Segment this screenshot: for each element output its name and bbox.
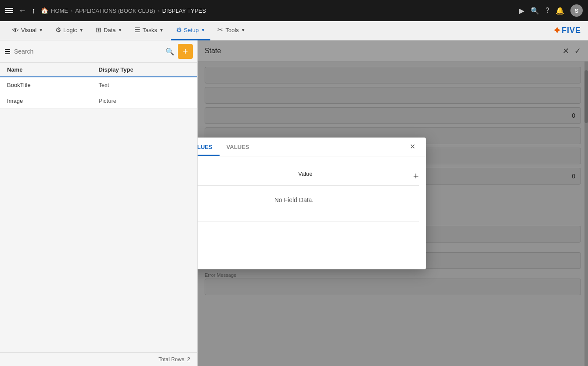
modal-value-header: Value — [291, 170, 413, 182]
search-icon[interactable]: 🔍 — [530, 7, 539, 15]
breadcrumb-app[interactable]: APPLICATIONS (BOOK CLUB) — [75, 7, 155, 14]
modal-close-button[interactable]: × — [407, 138, 419, 155]
no-data-text: No Field Data. — [198, 186, 419, 214]
table-footer: Total Rows: 2 — [0, 352, 197, 366]
nav-logic-label: Logic — [63, 27, 77, 33]
top-navbar: ← ↑ 🏠 HOME › APPLICATIONS (BOOK CLUB) › … — [0, 0, 588, 21]
nav-setup[interactable]: ⚙ Setup ▼ — [171, 21, 211, 40]
modal-key-header: Key — [198, 170, 291, 182]
search-magnifier-icon[interactable]: 🔍 — [166, 47, 174, 56]
add-button[interactable]: + — [178, 44, 193, 59]
search-bar: ☰ 🔍 + — [0, 40, 197, 63]
breadcrumb-home[interactable]: HOME — [51, 7, 68, 14]
tasks-icon: ☰ — [134, 26, 140, 34]
add-row-button[interactable]: + — [413, 170, 419, 182]
five-brand-logo: ✦ FIVE — [553, 25, 581, 36]
user-avatar[interactable]: S — [570, 4, 583, 17]
total-rows-label: Total Rows: 2 — [159, 356, 190, 362]
col-name-header: Name — [7, 66, 99, 73]
col-type-header: Display Type — [99, 66, 191, 73]
nav-tools-label: Tools — [225, 27, 238, 33]
row-image-name: Image — [7, 98, 99, 104]
tools-icon: ✂ — [217, 26, 223, 34]
breadcrumb-current: DISPLAY TYPES — [162, 7, 206, 14]
setup-icon: ⚙ — [176, 26, 182, 34]
nav-visual-label: Visual — [21, 27, 36, 33]
main-layout: ☰ 🔍 + Name Display Type BookTitle Text I… — [0, 40, 588, 366]
table-row[interactable]: BookTitle Text — [0, 77, 197, 93]
nav-tasks[interactable]: ☰ Tasks ▼ — [129, 21, 169, 40]
row-booktitle-type: Text — [99, 82, 191, 88]
table-header: Name Display Type — [0, 63, 197, 77]
visual-icon: 👁 — [12, 26, 19, 34]
tab-key-values[interactable]: KEY-VALUES — [198, 138, 220, 156]
bell-icon[interactable]: 🔔 — [556, 7, 564, 15]
no-data-container: No Field Data. — [198, 186, 419, 221]
tools-dropdown-icon: ▼ — [241, 28, 245, 33]
nav-data[interactable]: ⊞ Data ▼ — [90, 21, 127, 40]
help-icon[interactable]: ? — [545, 7, 549, 14]
modal-header: KEY-VALUES VALUES × — [198, 138, 426, 156]
play-icon[interactable]: ▶ — [519, 7, 524, 15]
nav-visual[interactable]: 👁 Visual ▼ — [7, 21, 48, 40]
logic-dropdown-icon: ▼ — [79, 28, 83, 33]
secondary-navbar: 👁 Visual ▼ ⚙ Logic ▼ ⊞ Data ▼ ☰ Tasks ▼ … — [0, 21, 588, 40]
visual-dropdown-icon: ▼ — [39, 28, 43, 33]
nav-logic[interactable]: ⚙ Logic ▼ — [50, 21, 89, 40]
breadcrumb-sep-2: › — [158, 7, 159, 14]
row-booktitle-name: BookTitle — [7, 82, 99, 88]
home-icon: 🏠 — [41, 7, 48, 14]
modal-overlay: KEY-VALUES VALUES × Key Value + No Field… — [198, 40, 588, 366]
data-icon: ⊞ — [96, 26, 101, 34]
tab-values[interactable]: VALUES — [220, 138, 256, 156]
setup-dropdown-icon: ▼ — [201, 28, 206, 33]
left-panel: ☰ 🔍 + Name Display Type BookTitle Text I… — [0, 40, 198, 366]
logic-icon: ⚙ — [55, 26, 61, 34]
modal-body: Key Value + No Field Data. — [198, 156, 426, 269]
row-image-type: Picture — [99, 98, 191, 104]
nav-tools[interactable]: ✂ Tools ▼ — [212, 21, 250, 40]
filter-icon: ☰ — [4, 47, 11, 56]
tasks-dropdown-icon: ▼ — [159, 28, 164, 33]
up-icon[interactable]: ↑ — [32, 6, 36, 15]
hamburger-menu[interactable] — [5, 8, 13, 13]
right-panel: State ✕ ✓ 0 0 Blank When Zero Regular Ex… — [198, 40, 588, 366]
search-input[interactable] — [14, 48, 162, 55]
nav-data-label: Data — [104, 27, 115, 33]
data-dropdown-icon: ▼ — [118, 28, 123, 33]
back-icon[interactable]: ← — [18, 6, 26, 15]
breadcrumb-sep-1: › — [71, 7, 72, 14]
nav-setup-label: Setup — [184, 27, 199, 33]
nav-tasks-label: Tasks — [142, 27, 157, 33]
top-right-icons: ▶ 🔍 ? 🔔 S — [519, 4, 583, 17]
table-row[interactable]: Image Picture — [0, 93, 197, 109]
breadcrumb: 🏠 HOME › APPLICATIONS (BOOK CLUB) › DISP… — [41, 7, 514, 14]
modal-dialog: KEY-VALUES VALUES × Key Value + No Field… — [198, 138, 426, 269]
modal-table-header: Key Value + — [198, 167, 419, 186]
